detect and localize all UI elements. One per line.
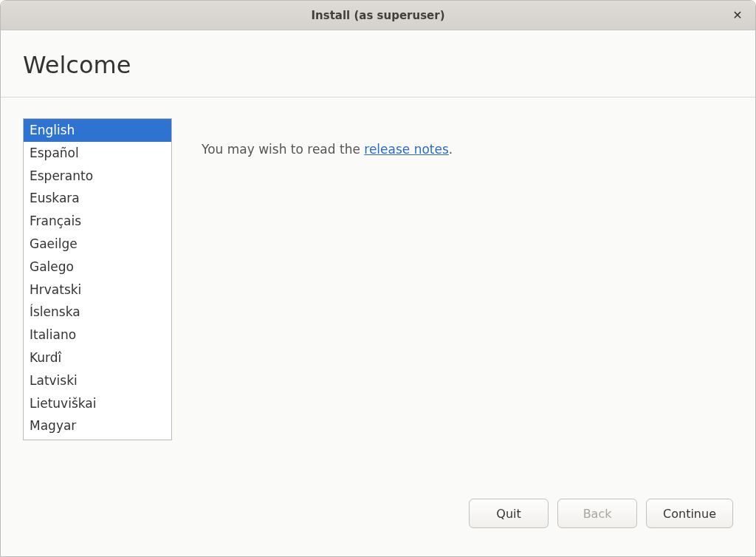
continue-button[interactable]: Continue xyxy=(646,499,733,528)
language-item[interactable]: Íslenska xyxy=(24,301,171,324)
language-item[interactable]: English xyxy=(24,119,171,142)
window-title: Install (as superuser) xyxy=(311,9,444,22)
language-item[interactable]: Esperanto xyxy=(24,165,171,188)
content-area: Welcome EnglishEspañolEsperantoEuskaraFr… xyxy=(1,30,755,543)
language-item[interactable]: Latviski xyxy=(24,369,171,392)
language-item[interactable]: Français xyxy=(24,210,171,233)
body-suffix: . xyxy=(449,142,453,157)
page-title: Welcome xyxy=(23,51,733,79)
main-area: EnglishEspañolEsperantoEuskaraFrançaisGa… xyxy=(1,98,755,499)
language-item[interactable]: Italiano xyxy=(24,324,171,346)
heading-area: Welcome xyxy=(1,30,755,97)
language-item[interactable]: Magyar xyxy=(24,414,171,437)
quit-button[interactable]: Quit xyxy=(469,499,549,528)
titlebar: Install (as superuser) ✕ xyxy=(1,1,755,30)
language-item[interactable]: Kurdî xyxy=(24,346,171,369)
footer-buttons: Quit Back Continue xyxy=(1,499,755,543)
release-notes-link[interactable]: release notes xyxy=(364,142,449,157)
language-item[interactable]: Gaeilge xyxy=(24,233,171,256)
language-item[interactable]: Euskara xyxy=(24,187,171,210)
back-button[interactable]: Back xyxy=(557,499,637,528)
language-item[interactable]: Nederlands xyxy=(24,437,171,440)
language-list[interactable]: EnglishEspañolEsperantoEuskaraFrançaisGa… xyxy=(23,118,172,440)
language-item[interactable]: Galego xyxy=(24,256,171,278)
body-prefix: You may wish to read the xyxy=(202,142,364,157)
language-item[interactable]: Hrvatski xyxy=(24,278,171,301)
installer-window: Install (as superuser) ✕ Welcome English… xyxy=(0,0,756,557)
language-item[interactable]: Lietuviškai xyxy=(24,392,171,415)
language-item[interactable]: Español xyxy=(24,142,171,165)
body-text: You may wish to read the release notes. xyxy=(202,118,453,491)
close-icon[interactable]: ✕ xyxy=(730,8,745,23)
